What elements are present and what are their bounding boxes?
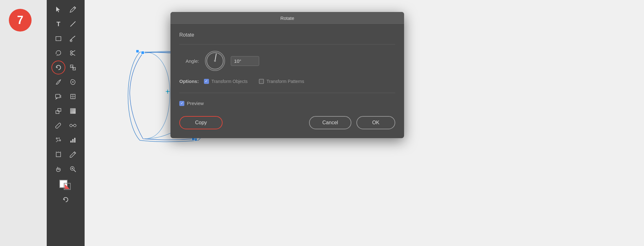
puppet-warp-tool[interactable] [66,75,80,89]
tool-row-8 [51,104,80,118]
transform-patterns-checkbox[interactable] [259,79,264,84]
angle-input[interactable] [231,56,259,66]
svg-point-27 [59,138,60,139]
transform-objects-checkbox-label[interactable]: ✓ Transform Objects [204,79,248,84]
fill-stroke-swatches[interactable] [59,179,73,191]
svg-rect-14 [56,94,60,98]
dialog-body: Rotate Angle: Options: ✓ [170,25,404,138]
rotate-section-title: Rotate [179,32,395,38]
preview-checkmark: ✓ [181,102,183,105]
separator-1 [179,44,395,44]
svg-rect-33 [74,138,75,143]
tool-row-9 [51,119,80,132]
rectangle-tool[interactable] [51,32,65,45]
svg-rect-44 [136,50,139,53]
blend-tool[interactable] [66,119,80,132]
preview-row: ✓ Preview [179,101,395,106]
pencil-tool[interactable] [66,148,80,161]
gradient-tool[interactable] [66,104,80,118]
undo-row [59,193,73,207]
shape-builder-tool[interactable] [51,104,65,118]
cancel-button[interactable]: Cancel [309,116,351,129]
tool-row-10 [51,133,80,147]
copy-button[interactable]: Copy [179,116,223,129]
tool-row-6 [51,75,80,89]
zoom-tool[interactable] [66,162,80,176]
transform-objects-checkbox[interactable]: ✓ [204,79,209,84]
tool-row-7 [51,90,80,103]
preview-label: Preview [187,101,204,106]
tool-row-1 [51,3,80,16]
eyedropper-tool[interactable] [51,119,65,132]
tool-row-11 [51,148,80,161]
svg-point-30 [56,141,57,142]
svg-point-23 [70,124,72,127]
hand-tool[interactable] [51,162,65,176]
pen-tool[interactable] [66,3,80,16]
undo-button[interactable] [59,193,73,207]
knife-tool[interactable] [51,75,65,89]
angle-row: Angle: [179,51,395,71]
separator-2 [179,93,395,93]
options-label: Options: [179,79,199,84]
graph-tool[interactable] [66,133,80,147]
angle-dial[interactable] [205,51,225,71]
svg-line-40 [74,170,76,172]
svg-rect-32 [72,139,74,143]
svg-point-26 [56,138,57,139]
color-swatches [59,179,73,191]
options-row: Options: ✓ Transform Objects Transform P… [179,79,395,84]
scissors-tool[interactable] [66,46,80,60]
transform-objects-label: Transform Objects [212,79,248,84]
transform-tool[interactable] [66,61,80,74]
svg-line-4 [57,55,57,56]
svg-point-53 [214,60,216,62]
svg-point-29 [59,140,61,141]
artboard-tool[interactable] [51,148,65,161]
svg-point-50 [167,91,168,92]
dialog-titlebar: Rotate [170,12,404,25]
tool-row-4 [51,46,80,60]
rotate-tool[interactable] [51,61,65,74]
svg-point-13 [72,81,74,83]
svg-rect-46 [141,51,144,54]
line-tool[interactable] [66,17,80,31]
svg-point-28 [57,140,58,141]
toolbar: T [47,0,85,246]
svg-line-38 [74,152,75,154]
tool-row-12 [51,162,80,176]
paintbrush-tool[interactable] [66,32,80,45]
mesh-tool[interactable] [66,90,80,103]
transform-patterns-checkbox-label[interactable]: Transform Patterns [259,79,304,84]
lasso-tool[interactable] [51,46,65,60]
svg-rect-34 [56,152,61,157]
dialog-buttons: Copy Cancel OK [179,116,395,129]
svg-rect-31 [70,141,72,143]
text-tool[interactable]: T [51,17,65,31]
symbol-sprayer-tool[interactable] [51,133,65,147]
comment-tool[interactable] [51,90,65,103]
preview-checkbox-label[interactable]: ✓ Preview [179,101,204,106]
tool-row-5 [51,61,80,74]
transform-patterns-label: Transform Patterns [266,79,304,84]
step-badge: 7 [9,9,32,32]
svg-point-24 [74,124,76,127]
ok-button[interactable]: OK [356,116,395,129]
tool-row-3 [51,32,80,45]
svg-rect-2 [56,37,61,41]
dialog-title: Rotate [280,15,294,21]
rotate-dialog: Rotate Rotate Angle: Options: [170,12,404,138]
angle-label: Angle: [186,58,199,64]
svg-rect-22 [70,108,75,114]
selection-tool[interactable] [51,3,65,16]
svg-point-0 [74,7,75,8]
preview-checkbox[interactable]: ✓ [179,101,184,106]
tool-row-2: T [51,17,80,31]
svg-line-1 [70,21,75,26]
transform-objects-checkmark: ✓ [205,79,208,83]
step-number: 7 [17,14,23,27]
